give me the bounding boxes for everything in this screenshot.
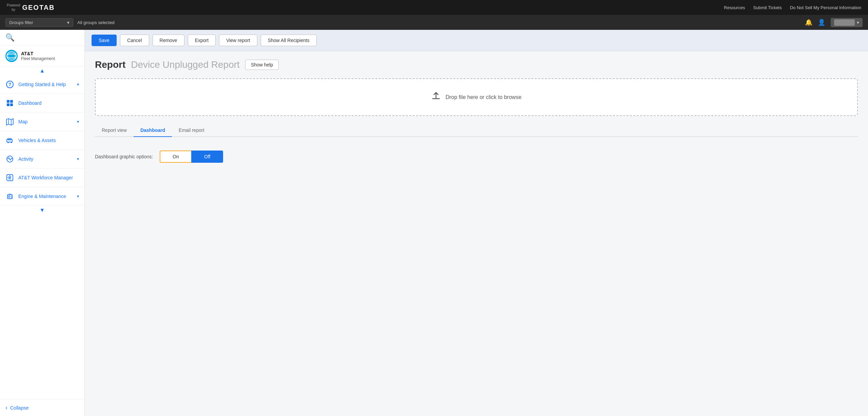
svg-point-16 [11,142,12,143]
scroll-up-button[interactable]: ▲ [0,66,84,75]
page-content: Report Device Unplugged Report Show help… [85,51,868,416]
sidebar-item-engine[interactable]: Engine & Maintenance ▾ [0,187,84,206]
sidebar-item-dashboard[interactable]: Dashboard [0,94,84,113]
sidebar-item-getting-started[interactable]: ? Getting Started & Help ▾ [0,75,84,94]
groups-filter-label: Groups filter [9,20,33,25]
top-nav-links: Resources Submit Tickets Do Not Sell My … [724,5,861,10]
sidebar: 🔍 AT&T Fleet Management ▲ ? [0,30,85,416]
user-dropdown-chevron: ▾ [857,20,859,25]
sidebar-item-activity[interactable]: Activity ▾ [0,150,84,169]
app-body: 🔍 AT&T Fleet Management ▲ ? [0,30,868,416]
toggle-on-button[interactable]: On [160,151,192,163]
dashboard-icon [5,99,14,107]
groups-filter-chevron: ▾ [67,20,70,25]
remove-button[interactable]: Remove [153,35,184,46]
report-title-main: Report [95,59,125,70]
toggle-off-button[interactable]: Off [191,151,223,163]
sidebar-item-map[interactable]: Map ▾ [0,113,84,131]
cancel-button[interactable]: Cancel [120,35,149,46]
brand-name: AT&T [21,51,55,56]
user-dropdown-name [834,19,855,26]
svg-rect-9 [10,103,13,106]
att-logo-svg [5,50,18,62]
drop-zone-text: Drop file here or click to browse [446,94,521,100]
show-all-recipients-button[interactable]: Show All Recipients [261,35,317,46]
user-icon[interactable]: 👤 [818,19,825,26]
workforce-icon [5,173,14,182]
svg-point-20 [8,196,10,198]
collapse-button[interactable]: ‹ Collapse [0,399,84,416]
drop-zone[interactable]: Drop file here or click to browse [95,78,858,116]
logo-area: Powered by GEOTAB [7,3,55,12]
getting-started-icon: ? [5,80,14,89]
workforce-label: AT&T Workforce Manager [18,175,73,180]
toggle-group: On Off [160,151,223,163]
report-header: Report Device Unplugged Report Show help [95,59,858,70]
groups-bar-right: 🔔 👤 ▾ [805,18,863,27]
vehicles-label: Vehicles & Assets [18,138,56,143]
engine-chevron: ▾ [77,194,79,199]
groups-all-selected-text: All groups selected [77,20,115,25]
dashboard-label: Dashboard [18,100,42,106]
map-icon [5,117,14,126]
activity-icon [5,155,14,163]
do-not-sell-link[interactable]: Do Not Sell My Personal Information [790,5,861,10]
powered-by-text: Powered by [7,3,20,12]
top-nav: Powered by GEOTAB Resources Submit Ticke… [0,0,868,15]
sidebar-logo-area: AT&T Fleet Management [0,46,84,66]
svg-rect-8 [7,103,9,106]
view-report-button[interactable]: View report [219,35,257,46]
graphic-options-label: Dashboard graphic options: [95,154,153,159]
brand-sub: Fleet Management [21,56,55,61]
svg-rect-7 [10,100,13,103]
tabs: Report view Dashboard Email report [95,124,858,137]
sidebar-item-att-workforce[interactable]: AT&T Workforce Manager [0,169,84,187]
sidebar-brand-text: AT&T Fleet Management [21,51,55,61]
map-chevron: ▾ [77,119,79,124]
sidebar-top: 🔍 [0,30,84,46]
map-label: Map [18,119,27,124]
report-title-sub: Device Unplugged Report [131,59,240,70]
engine-icon [5,192,14,201]
tab-report-view[interactable]: Report view [95,124,134,137]
show-help-button[interactable]: Show help [245,60,279,70]
toolbar: Save Cancel Remove Export View report Sh… [85,30,868,51]
upload-icon [431,91,441,103]
scroll-down-button[interactable]: ▼ [0,206,84,215]
tab-dashboard[interactable]: Dashboard [134,124,172,137]
search-icon[interactable]: 🔍 [5,33,15,42]
sidebar-item-vehicles[interactable]: Vehicles & Assets [0,131,84,150]
export-button[interactable]: Export [188,35,216,46]
getting-started-label: Getting Started & Help [18,82,66,87]
att-logo [5,50,18,62]
vehicles-icon [5,136,14,145]
resources-link[interactable]: Resources [724,5,745,10]
svg-text:?: ? [8,82,12,87]
user-dropdown[interactable]: ▾ [831,18,863,27]
main-content: Save Cancel Remove Export View report Sh… [85,30,868,416]
activity-chevron: ▾ [77,157,79,161]
collapse-icon: ‹ [5,404,7,411]
save-button[interactable]: Save [92,35,117,46]
svg-marker-10 [6,119,13,125]
bell-icon[interactable]: 🔔 [805,19,812,26]
geotab-logo: GEOTAB [22,4,55,12]
engine-label: Engine & Maintenance [18,194,66,199]
tab-email-report[interactable]: Email report [172,124,211,137]
groups-bar: Groups filter ▾ All groups selected 🔔 👤 … [0,15,868,30]
svg-point-15 [7,142,9,143]
svg-rect-6 [7,100,9,103]
collapse-label: Collapse [10,405,28,411]
graphic-options-row: Dashboard graphic options: On Off [95,145,858,168]
groups-filter-dropdown[interactable]: Groups filter ▾ [5,18,73,27]
getting-started-chevron: ▾ [77,82,79,87]
activity-label: Activity [18,156,33,162]
submit-tickets-link[interactable]: Submit Tickets [753,5,782,10]
